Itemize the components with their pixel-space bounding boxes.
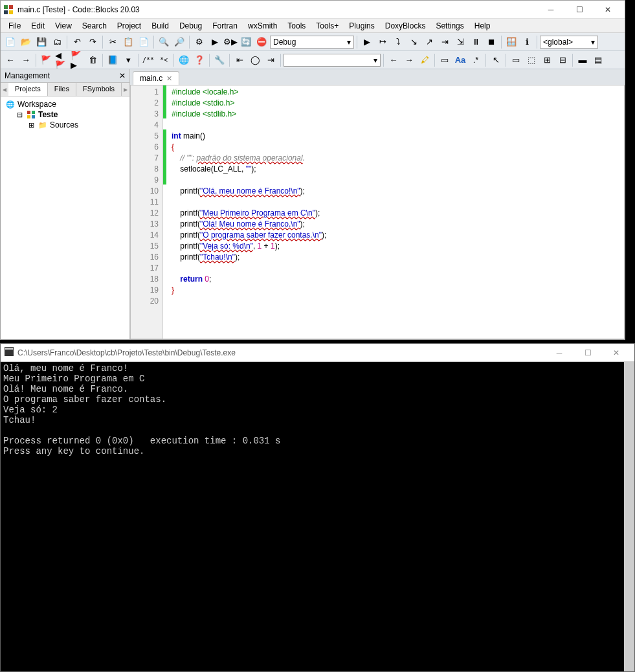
maximize-button[interactable]: ☐ [565,1,594,19]
highlight-icon[interactable]: 🖍 [418,53,432,67]
minimize-button[interactable]: ─ [537,1,565,19]
menu-build[interactable]: Build [146,20,174,32]
menu-project[interactable]: Project [112,20,146,32]
cursor-icon[interactable]: ↖ [489,53,503,67]
next-result-icon[interactable]: → [402,53,416,67]
save-icon[interactable]: 💾 [34,35,49,49]
replace-icon[interactable]: 🔎 [172,35,186,49]
html-docs-icon[interactable]: 🌐 [177,53,191,67]
menu-fortran[interactable]: Fortran [207,20,243,32]
console-minimize-button[interactable]: ─ [545,344,574,362]
buildrun-icon[interactable]: ⚙▶ [223,35,238,49]
line-gutter: 1234567891011121314151617181920 [131,85,163,339]
copy-icon[interactable]: 📋 [121,35,135,49]
tree-workspace[interactable]: 🌐 Workspace [3,99,127,109]
rebuild-icon[interactable]: 🔄 [239,35,253,49]
scope-dropdown[interactable]: <global>▾ [540,36,598,49]
menu-tools[interactable]: Tools [282,20,311,32]
paste-icon[interactable]: 📄 [137,35,151,49]
tree-project[interactable]: ⊟ Teste [3,109,127,120]
build-target-dropdown[interactable]: Debug▾ [270,36,354,49]
run-to-cursor-icon[interactable]: ↦ [375,35,390,49]
jump-frame-icon[interactable]: ◯ [248,53,262,67]
redo-icon[interactable]: ↷ [85,35,100,49]
menu-doxyblocks[interactable]: DoxyBlocks [380,20,431,32]
extract-docs-icon[interactable]: ▾ [121,53,135,67]
break-icon[interactable]: ⏸ [469,35,483,49]
console-maximize-button[interactable]: ☐ [574,344,602,362]
menu-settings[interactable]: Settings [430,20,469,32]
forward-icon[interactable]: → [19,53,33,67]
debugging-windows-icon[interactable]: 🪟 [504,35,518,49]
doxygen-wizard-icon[interactable]: 📘 [106,53,120,67]
titlebar: main.c [Teste] - Code::Blocks 20.03 ─ ☐ … [1,1,625,19]
run-icon[interactable]: ▶ [208,35,222,49]
bookmark-clear-icon[interactable]: 🗑 [85,53,100,67]
tab-files[interactable]: Files [48,83,76,96]
block-comment-icon[interactable]: /** [141,53,155,67]
menu-view[interactable]: View [50,20,77,32]
management-tab-next[interactable]: ▸ [122,83,129,96]
expand-icon[interactable]: ⊞ [27,120,36,129]
back-icon[interactable]: ← [3,53,17,67]
undo-icon[interactable]: ↶ [70,35,84,49]
editor-tab-mainc[interactable]: main.c ✕ [133,71,179,85]
next-line-icon[interactable]: ⤵ [391,35,405,49]
layout2-icon[interactable]: ⬚ [524,53,539,67]
console-output[interactable]: Olá, meu nome é Franco! Meu Primeiro Pro… [1,362,634,671]
expand-icon[interactable]: ⊟ [15,110,24,119]
layout3-icon[interactable]: ⊞ [540,53,554,67]
editor-body[interactable]: 1234567891011121314151617181920 #include… [130,85,625,339]
console-close-button[interactable]: ✕ [602,344,630,362]
bookmark-toggle-icon[interactable]: 🚩 [39,53,53,67]
layout4-icon[interactable]: ⊟ [555,53,570,67]
stop-debug-icon[interactable]: ⏹ [484,35,498,49]
close-button[interactable]: ✕ [594,1,622,19]
code-text[interactable]: #include <locale.h>#include <stdio.h>#in… [166,85,624,339]
build-icon[interactable]: ⚙ [192,35,206,49]
abort-icon[interactable]: ⛔ [254,35,269,49]
step-into-icon[interactable]: ↘ [407,35,421,49]
layout5-icon[interactable]: ▬ [575,53,590,67]
jump-back-icon[interactable]: ⇤ [232,53,247,67]
info-icon[interactable]: ℹ [520,35,534,49]
prev-result-icon[interactable]: ← [386,53,401,67]
menu-plugins[interactable]: Plugins [344,20,379,32]
bookmark-prev-icon[interactable]: ◀🚩 [54,53,69,67]
jump-forward-icon[interactable]: ⇥ [263,53,278,67]
config-icon[interactable]: 🔧 [212,53,227,67]
next-instruction-icon[interactable]: ⇥ [438,35,452,49]
management-tab-prev[interactable]: ◂ [1,83,8,96]
management-close-icon[interactable]: ✕ [119,71,126,80]
open-icon[interactable]: 📂 [19,35,33,49]
tree-sources-folder[interactable]: ⊞ 📁 Sources [3,120,127,130]
tab-fsymbols[interactable]: FSymbols [76,83,122,96]
saveall-icon[interactable]: 🗂 [50,35,64,49]
menu-search[interactable]: Search [77,20,112,32]
menu-file[interactable]: File [3,20,26,32]
menu-wxsmith[interactable]: wxSmith [243,20,282,32]
layout6-icon[interactable]: ▤ [591,53,605,67]
new-icon[interactable]: 📄 [3,35,17,49]
menu-debug[interactable]: Debug [174,20,207,32]
debug-continue-icon[interactable]: ▶ [360,35,374,49]
chm-docs-icon[interactable]: ❓ [192,53,206,67]
regex-icon[interactable]: .* [469,53,483,67]
menu-help[interactable]: Help [469,20,496,32]
tab-projects[interactable]: Projects [8,83,48,96]
selection-icon[interactable]: ▭ [438,53,452,67]
console-scrollbar[interactable] [624,362,634,671]
search-dropdown[interactable]: ▾ [284,54,381,67]
project-tree[interactable]: 🌐 Workspace ⊟ Teste ⊞ 📁 Sources [1,96,129,339]
menu-toolsplus[interactable]: Tools+ [311,20,344,32]
match-case-icon[interactable]: Aa [453,53,467,67]
layout1-icon[interactable]: ▭ [509,53,523,67]
menu-edit[interactable]: Edit [26,20,50,32]
find-icon[interactable]: 🔍 [157,35,171,49]
cut-icon[interactable]: ✂ [106,35,120,49]
step-instruction-icon[interactable]: ⇲ [453,35,467,49]
line-comment-icon[interactable]: *< [157,53,171,67]
bookmark-next-icon[interactable]: 🚩▶ [70,53,84,67]
close-tab-icon[interactable]: ✕ [166,74,172,83]
step-out-icon[interactable]: ↗ [422,35,436,49]
